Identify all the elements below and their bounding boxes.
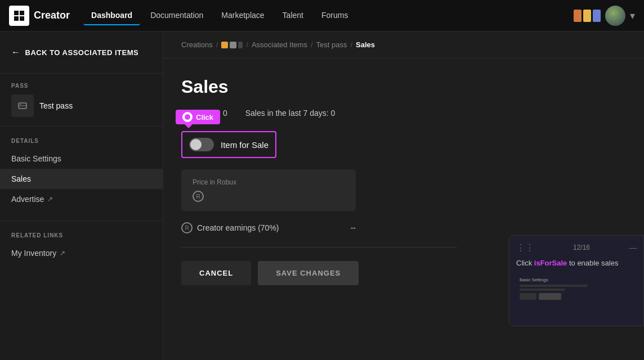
nav-forums[interactable]: Forums <box>314 6 356 25</box>
svg-rect-3 <box>20 16 24 21</box>
breadcrumb-icon <box>221 42 243 48</box>
breadcrumb-test-pass[interactable]: Test pass <box>316 40 347 49</box>
pass-item: Test pass <box>11 94 151 117</box>
breadcrumb-creations[interactable]: Creations <box>181 40 213 49</box>
bc-sq-gray <box>230 42 236 48</box>
theme-switcher[interactable] <box>574 10 601 22</box>
breadcrumb-associated-items[interactable]: Associated Items <box>252 40 307 49</box>
price-field-input: R <box>193 191 345 202</box>
nav-dashboard[interactable]: Dashboard <box>83 6 140 25</box>
nav-marketplace[interactable]: Marketplace <box>213 6 272 25</box>
logo-icon <box>9 6 29 26</box>
tutorial-popup: ⋮⋮ 12/16 — Click isForSale to enable sal… <box>509 235 644 327</box>
tutorial-preview: Basic Settings <box>516 274 637 319</box>
for-sale-toggle[interactable] <box>189 138 214 151</box>
page-title: Sales <box>181 76 626 97</box>
app-title: Creator <box>34 10 70 21</box>
toggle-label: Item for Sale <box>221 140 269 150</box>
topnav: Creator Dashboard Documentation Marketpl… <box>0 0 644 32</box>
price-field: Price in Robux R <box>181 169 356 211</box>
sidebar-item-ext: Advertise ↗ <box>11 195 53 204</box>
earnings-val: -- <box>351 223 356 232</box>
sidebar: ← BACK TO ASSOCIATED ITEMS PASS Test pas… <box>0 32 163 360</box>
divider <box>181 247 457 248</box>
sidebar-item-sales-label: Sales <box>11 174 31 183</box>
last7-val: 0 <box>331 109 336 118</box>
breadcrumb-sep-2: / <box>246 40 248 49</box>
back-label: BACK TO ASSOCIATED ITEMS <box>25 48 139 57</box>
click-circle-icon <box>182 112 193 122</box>
breadcrumb-sep-1: / <box>216 40 218 49</box>
total-sales-val: 0 <box>223 109 227 118</box>
topnav-right: ▾ <box>574 6 635 26</box>
nav-documentation[interactable]: Documentation <box>142 6 211 25</box>
svg-point-6 <box>20 104 21 105</box>
sidebar-item-advertise-label: Advertise <box>11 195 44 204</box>
tutorial-header: ⋮⋮ 12/16 — <box>516 242 637 253</box>
tutorial-close-button[interactable]: — <box>629 243 637 252</box>
sidebar-item-inventory-label: My Inventory <box>11 249 56 258</box>
details-section: DETAILS Basic Settings Sales Advertise ↗ <box>0 127 163 221</box>
related-section: RELATED LINKS My Inventory ↗ <box>0 221 163 274</box>
click-label: Click <box>196 113 213 122</box>
external-link-icon: ↗ <box>47 195 53 203</box>
tutorial-body: Click isForSale to enable sales <box>516 258 637 269</box>
earnings-robux-icon: R <box>181 222 193 233</box>
toggle-knob <box>190 139 202 150</box>
preview-bar-2 <box>520 289 565 291</box>
topnav-icons <box>574 10 601 22</box>
pass-thumbnail <box>11 94 34 117</box>
app-logo[interactable]: Creator <box>9 6 70 26</box>
stats-row: Total sales: 0 Sales in the last 7 days:… <box>181 109 626 118</box>
pass-section-label: PASS <box>11 83 151 89</box>
related-label: RELATED LINKS <box>0 232 163 238</box>
dropdown-arrow-icon[interactable]: ▾ <box>630 10 635 22</box>
avatar[interactable] <box>605 6 625 26</box>
drag-icon[interactable]: ⋮⋮ <box>516 242 534 253</box>
last7-stat: Sales in the last 7 days: 0 <box>245 109 336 118</box>
sidebar-item-basic-settings[interactable]: Basic Settings <box>0 148 163 169</box>
toggle-row: Item for Sale <box>181 131 276 158</box>
sidebar-item-ext-inventory: My Inventory ↗ <box>11 249 65 258</box>
tutorial-highlight: isForSale <box>534 259 567 267</box>
breadcrumb-sep-3: / <box>311 40 313 49</box>
earnings-label: Creator earnings (70%) <box>197 223 279 232</box>
sidebar-item-sales[interactable]: Sales <box>0 169 163 189</box>
breadcrumb: Creations / / Associated Items / Test pa… <box>163 32 644 58</box>
sidebar-item-my-inventory[interactable]: My Inventory ↗ <box>0 243 163 263</box>
sidebar-item-advertise[interactable]: Advertise ↗ <box>0 189 163 209</box>
earnings-left: R Creator earnings (70%) <box>181 222 279 233</box>
svg-rect-0 <box>14 11 19 15</box>
breadcrumb-sales: Sales <box>356 40 375 49</box>
nav-talent[interactable]: Talent <box>275 6 311 25</box>
svg-rect-2 <box>14 16 19 21</box>
topnav-links: Dashboard Documentation Marketplace Tale… <box>83 6 574 25</box>
back-button[interactable]: ← BACK TO ASSOCIATED ITEMS <box>0 32 163 74</box>
external-link-icon-inventory: ↗ <box>60 249 65 257</box>
preview-bar-1 <box>520 285 588 287</box>
tutorial-preview-inner: Basic Settings <box>516 274 637 319</box>
pass-section: PASS Test pass <box>0 74 163 127</box>
pass-name: Test pass <box>39 101 73 110</box>
bc-sq-orange <box>221 42 228 48</box>
tutorial-progress: 12/16 <box>573 244 590 251</box>
toggle-container: Click Item for Sale <box>181 131 276 169</box>
last7-label: Sales in the last 7 days: <box>245 109 329 118</box>
click-circle-inner <box>185 114 190 120</box>
tutorial-text2: to enable sales <box>567 259 618 267</box>
earnings-row: R Creator earnings (70%) -- <box>181 222 356 233</box>
tutorial-text1: Click <box>516 259 534 267</box>
breadcrumb-sep-4: / <box>350 40 352 49</box>
robux-icon: R <box>193 191 204 202</box>
save-changes-button[interactable]: SAVE CHANGES <box>258 261 359 285</box>
click-annotation: Click <box>176 110 220 124</box>
bc-sq-dark <box>238 42 243 48</box>
svg-rect-1 <box>20 11 24 15</box>
sidebar-item-basic-settings-label: Basic Settings <box>11 154 61 163</box>
back-arrow-icon: ← <box>11 47 21 57</box>
details-label: DETAILS <box>0 138 163 144</box>
price-field-label: Price in Robux <box>193 178 345 186</box>
cancel-button[interactable]: CANCEL <box>181 261 251 285</box>
